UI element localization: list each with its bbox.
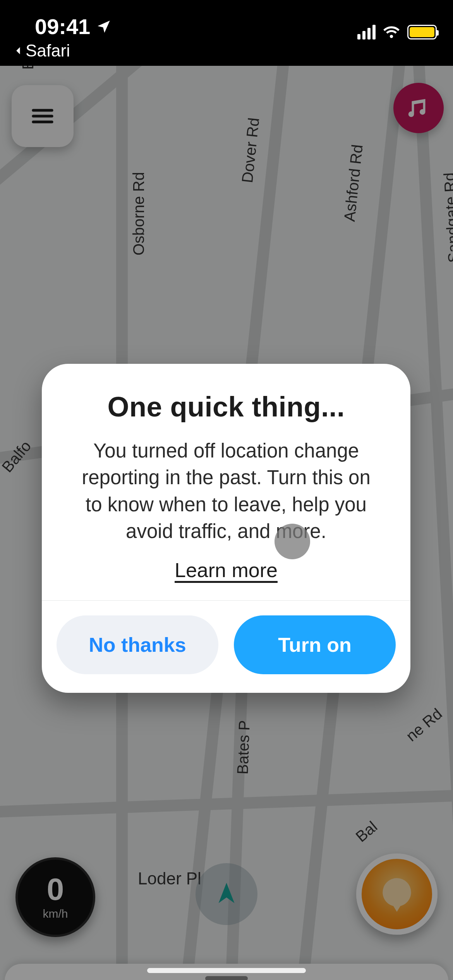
location-prompt-modal: One quick thing... You turned off locati… [42,364,410,693]
turn-on-button[interactable]: Turn on [234,615,396,674]
wifi-icon [383,23,400,41]
clock-text: 09:41 [35,14,90,39]
back-chevron-icon [13,45,24,56]
back-to-app[interactable]: Safari [13,41,70,60]
learn-more-link[interactable]: Learn more [175,559,278,582]
modal-title: One quick thing... [63,391,389,423]
home-indicator[interactable] [147,968,306,973]
status-bar: 09:41 Safari [0,0,453,66]
status-right [357,23,437,41]
battery-icon [407,25,437,39]
no-thanks-button[interactable]: No thanks [57,615,218,674]
location-arrow-icon [96,19,112,35]
cellular-icon [357,25,376,39]
touch-indicator [275,524,310,559]
back-app-label: Safari [26,41,70,60]
modal-body-text: You turned off location change reporting… [75,437,377,545]
status-time: 09:41 [35,14,112,39]
